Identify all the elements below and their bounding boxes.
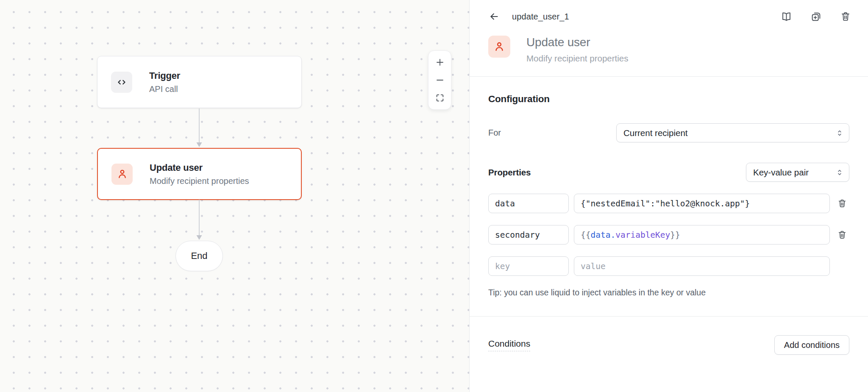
configuration-section: Configuration For Current recipient Prop… [470,77,868,297]
trash-icon[interactable] [837,230,847,239]
zoom-out-button[interactable] [434,74,446,86]
chevrons-up-down-icon [835,168,844,177]
kv-key-input[interactable] [488,194,569,213]
step-type-title: Update user [526,36,628,49]
workflow-node-end[interactable]: End [175,241,223,271]
kv-row-2: {{data.variableKey}} [488,225,849,245]
node-title: Update user [150,162,249,173]
code-icon [111,72,132,93]
duplicate-button[interactable] [810,11,821,22]
edge-trigger-to-update [195,108,203,147]
for-select-value: Current recipient [623,128,688,138]
trash-icon[interactable] [837,199,847,208]
liquid-property: variableKey [615,230,670,240]
node-subtitle: API call [149,84,180,94]
minus-icon [435,75,445,85]
edge-update-to-end [195,200,203,240]
for-field-row: For Current recipient [488,123,849,142]
liquid-object: data. [590,230,615,240]
step-hero: Update user Modify recipient properties [470,27,868,77]
kv-value-input[interactable] [574,194,830,213]
key-value-rows: {{data.variableKey}} [488,194,849,276]
for-select[interactable]: Current recipient [616,123,849,142]
copy-plus-icon [811,11,821,22]
configuration-heading: Configuration [488,94,849,105]
person-icon [488,36,510,58]
liquid-brace: }} [670,230,680,240]
node-title: End [191,250,207,261]
chevrons-up-down-icon [835,129,844,137]
kv-key-input[interactable] [488,256,569,276]
workflow-node-update-user[interactable]: Update user Modify recipient properties [97,148,302,200]
add-conditions-button[interactable]: Add conditions [774,335,849,355]
kv-value-input[interactable] [574,256,830,276]
fit-view-button[interactable] [434,92,446,104]
node-subtitle: Modify recipient properties [150,176,249,186]
properties-field-row: Properties Key-value pair [488,163,849,182]
arrow-left-icon [489,11,500,22]
properties-mode-select[interactable]: Key-value pair [746,163,849,182]
fit-view-icon [435,93,445,103]
conditions-section: Conditions Add conditions [470,317,868,355]
kv-row-3 [488,256,849,276]
docs-button[interactable] [781,11,792,22]
liquid-brace: {{ [581,230,590,240]
step-type-subtitle: Modify recipient properties [526,53,628,64]
workflow-canvas[interactable]: Trigger API call Update user Modify reci… [0,0,469,392]
zoom-in-button[interactable] [434,56,446,69]
kv-value-input[interactable]: {{data.variableKey}} [574,225,830,245]
canvas-zoom-controls [428,50,451,110]
properties-select-value: Key-value pair [753,167,809,178]
trash-icon [840,11,851,22]
kv-row-1 [488,194,849,213]
book-open-icon [781,11,792,22]
back-button[interactable] [488,11,500,22]
properties-label: Properties [488,167,531,178]
workflow-node-trigger[interactable]: Trigger API call [97,56,302,108]
panel-header: update_user_1 [470,0,868,27]
for-label: For [488,128,501,138]
kv-key-input[interactable] [488,225,569,245]
conditions-label: Conditions [488,339,530,351]
header-actions [781,11,851,22]
liquid-tip-text: Tip: you can use liquid to inject variab… [488,288,849,297]
plus-icon [435,57,445,67]
step-key-title: update_user_1 [512,12,769,22]
delete-step-button[interactable] [840,11,851,22]
step-config-panel: update_user_1 Update user [469,0,868,392]
node-title: Trigger [149,70,180,81]
person-icon [111,164,133,185]
